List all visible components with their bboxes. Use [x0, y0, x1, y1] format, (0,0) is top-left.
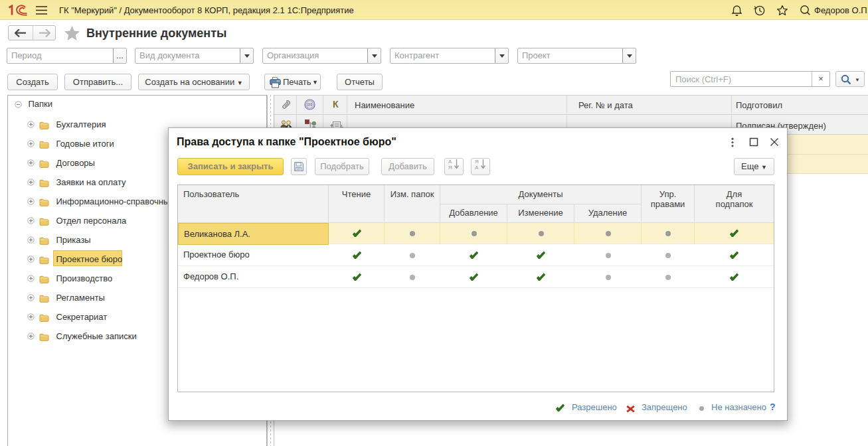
svg-text:А: А — [448, 159, 452, 165]
svg-text:Я: Я — [448, 165, 452, 170]
svg-text:Я: Я — [475, 159, 479, 165]
svg-text:А: А — [475, 165, 479, 170]
